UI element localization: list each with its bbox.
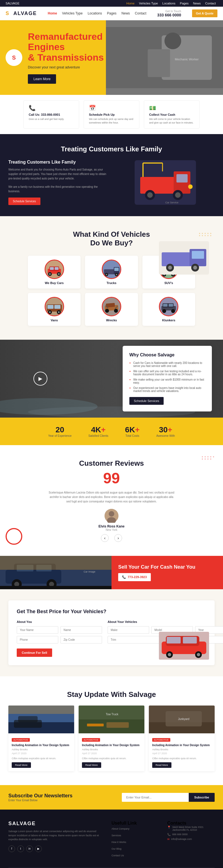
footer-grid: SALVAGE Salvage Lorem ipsum dolor sit am… — [8, 821, 215, 859]
stat-label-experience: Year of Experience — [48, 434, 72, 437]
name-input[interactable] — [17, 626, 58, 634]
sell-phone-button[interactable]: 📞 773-229-3923 — [118, 573, 151, 581]
svg-point-57 — [49, 311, 51, 313]
footer-phone-icon: 📞 — [167, 833, 171, 836]
footer-link-contact[interactable]: Contact Us — [111, 854, 124, 857]
svg-point-79 — [109, 511, 114, 517]
top-nav-pages[interactable]: Pages — [180, 2, 189, 5]
newsletter-subscribe-button[interactable]: Subscribe — [189, 793, 215, 802]
nav-home[interactable]: Home — [48, 11, 57, 15]
newsletter-form: Subscribe — [122, 793, 215, 802]
main-nav-links: Home Vehicles Type Locations Pages News … — [48, 11, 146, 15]
feature-card-cash: 💵 Collect Your Cash We will come to your… — [144, 100, 200, 128]
top-nav-locations[interactable]: Locations — [162, 2, 175, 5]
youtube-icon[interactable]: ▶ — [35, 845, 42, 852]
stat-num-experience: 20 — [48, 425, 72, 434]
svg-point-59 — [58, 311, 60, 313]
svg-rect-38 — [114, 268, 119, 271]
review-nav: ‹ › — [8, 534, 215, 542]
reviews-section: Customer Reviews 99 Scelerisque Aliternu… — [0, 445, 223, 556]
blog-read-btn-1[interactable]: Read More — [12, 762, 31, 768]
linkedin-icon[interactable]: in — [26, 845, 33, 852]
vehicle-card-trucks[interactable]: Trucks — [85, 256, 138, 288]
blog-excerpt-2: Cilbn moluptas expicabio quia sit rerum. — [82, 757, 141, 760]
vehicle-card-wrecks[interactable]: Wrecks — [85, 293, 138, 326]
svg-point-24 — [193, 266, 197, 270]
svg-text:Junkyard: Junkyard — [178, 717, 190, 720]
top-nav-vehicles[interactable]: Vehicles Type — [139, 2, 158, 5]
nav-locations[interactable]: Locations — [87, 11, 102, 15]
nav-contact[interactable]: Contact — [135, 11, 146, 15]
submit-button[interactable]: Continue For Sell — [17, 649, 52, 657]
why-point-3: We make selling your car worth $1000 min… — [129, 378, 205, 384]
family-schedule-button[interactable]: Schedule Services — [8, 197, 40, 205]
name2-input[interactable] — [60, 626, 102, 634]
top-nav-news[interactable]: News — [193, 2, 201, 5]
svg-point-13 — [188, 184, 193, 189]
stat-num-costs: 6K+ — [125, 425, 140, 434]
family-truck-image: Car Service — [116, 160, 215, 205]
why-point-1: Cash for Cars is Nationwide with nearly … — [129, 362, 205, 368]
phone-input[interactable] — [17, 636, 58, 644]
why-schedule-button[interactable]: Schedule Services — [129, 397, 164, 405]
stat-costs: 6K+ Total Costs — [125, 425, 140, 437]
vehicle-label-suvs: SUV's — [146, 281, 191, 285]
reviews-score: 99 — [8, 469, 215, 487]
svg-rect-55 — [54, 305, 60, 309]
newsletter-email-input[interactable] — [122, 793, 189, 802]
facebook-icon[interactable]: f — [8, 845, 15, 852]
feature-call-title: Call Us: 333-866-0001 — [29, 113, 74, 116]
blog-body-3: AUTOMOTIVE Including Animation in Your D… — [149, 733, 215, 771]
hero-content: Remanufactured Engines & Transmissions D… — [28, 31, 128, 84]
footer-about-col: SALVAGE Salvage Lorem ipsum dolor sit am… — [8, 821, 103, 859]
top-nav-home[interactable]: Home — [126, 2, 134, 5]
logo-accent: S — [6, 10, 9, 16]
svg-rect-30 — [55, 267, 59, 270]
play-button[interactable]: ▶ — [33, 372, 47, 385]
nav-vehicles[interactable]: Vehicles Type — [62, 11, 83, 15]
hero-learn-more-button[interactable]: Learn More — [28, 74, 56, 84]
why-choose-card: Why Choose Salvage Cash for Cars is Nati… — [123, 346, 212, 411]
blog-title-1: Including Animation in Your Design Syste… — [12, 743, 71, 747]
top-nav-contact[interactable]: Contact — [205, 2, 216, 5]
svg-rect-6 — [140, 177, 179, 194]
svg-rect-3 — [148, 49, 170, 77]
footer-link-blog[interactable]: Our Blog — [111, 847, 121, 850]
stat-label-costs: Total Costs — [125, 434, 140, 437]
zip-input[interactable] — [60, 636, 102, 644]
blog-excerpt-3: Cilbn moluptas expicabio quia sit rerum. — [152, 757, 211, 760]
family-inner: Treating Customers Like Family Welcome a… — [8, 160, 215, 205]
make-input[interactable] — [108, 626, 149, 634]
review-circle-decoration — [6, 528, 22, 545]
vehicle-label-cars: We Buy Cars — [32, 281, 77, 285]
dots-decoration — [199, 233, 212, 236]
svg-rect-70 — [163, 304, 168, 307]
svg-point-2 — [164, 33, 181, 49]
blog-read-btn-2[interactable]: Read More — [82, 762, 101, 768]
form-about-you-col: About You Continue For Sell — [17, 620, 102, 657]
sell-banner-title: Sell Your Car For Cash Near You — [118, 564, 195, 570]
review-next-button[interactable]: › — [114, 534, 122, 542]
family-heading: Treating Customers Like Family — [8, 160, 107, 165]
main-nav: SSALVAGEALVAGE Home Vehicles Type Locati… — [0, 7, 223, 20]
vehicle-card-klunkers[interactable]: Klunkers — [142, 293, 195, 326]
blog-read-btn-3[interactable]: Read More — [152, 762, 171, 768]
footer-about-text: Salvage Lorem ipsum dolor sit amet conse… — [8, 829, 103, 841]
main-logo: SSALVAGEALVAGE — [6, 10, 37, 17]
blog-title-3: Including Animation in Your Design Syste… — [152, 743, 211, 747]
svg-point-34 — [58, 273, 60, 275]
nav-pages[interactable]: Pages — [107, 11, 116, 15]
blog-title-2: Including Animation in Your Design Syste… — [82, 743, 141, 747]
vehicle-card-vans[interactable]: Vans — [28, 293, 81, 326]
footer-link-about[interactable]: About Company — [111, 827, 130, 830]
svg-rect-106 — [18, 716, 38, 722]
review-prev-button[interactable]: ‹ — [101, 534, 109, 542]
footer-link-how[interactable]: How it Works — [111, 841, 126, 843]
why-point-4: Our experienced car buyers have insight … — [129, 386, 205, 393]
vehicle-card-cars[interactable]: We Buy Cars — [28, 256, 81, 288]
svg-point-40 — [106, 274, 107, 275]
footer-link-services[interactable]: Services — [111, 834, 121, 837]
nav-news[interactable]: News — [121, 11, 130, 15]
twitter-icon[interactable]: t — [17, 845, 24, 852]
get-quote-button[interactable]: Get A Quote — [192, 9, 217, 17]
